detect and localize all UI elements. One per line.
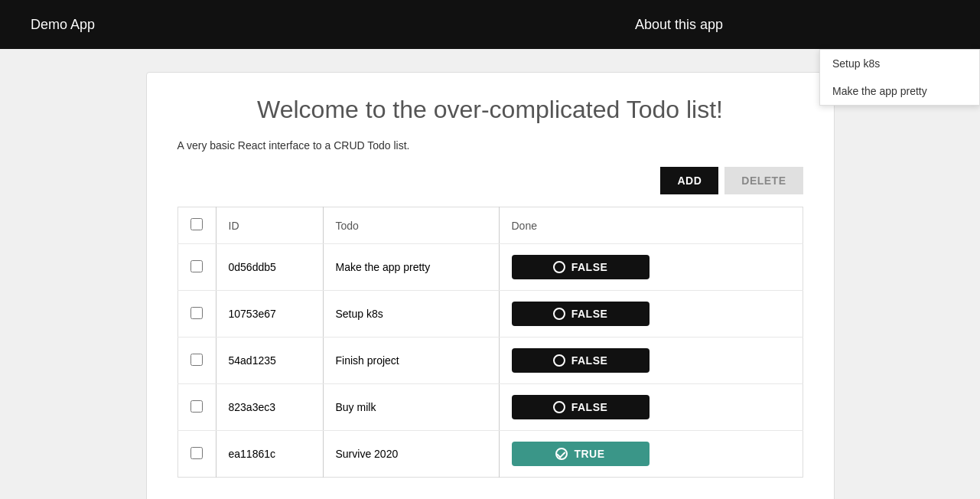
dropdown-item-setup-k8s[interactable]: Setup k8s — [820, 50, 979, 77]
row-checkbox-cell — [177, 384, 216, 431]
table-row: 823a3ec3Buy milkFALSE — [177, 384, 803, 431]
row-action-cell — [667, 291, 803, 338]
navbar: Demo App About this app Setup k8s Make t… — [0, 0, 980, 49]
done-label: FALSE — [571, 308, 608, 320]
todo-table: ID Todo Done 0d56ddb5Make the app pretty… — [177, 207, 803, 478]
row-checkbox-2[interactable] — [190, 354, 203, 366]
row-done-cell: FALSE — [499, 338, 667, 384]
main-content: Welcome to the over-complicated Todo lis… — [0, 49, 980, 499]
app-brand: Demo App — [31, 17, 95, 33]
col-header-done: Done — [499, 207, 667, 244]
table-row: 0d56ddb5Make the app prettyFALSE — [177, 244, 803, 291]
card: Welcome to the over-complicated Todo lis… — [146, 72, 835, 499]
col-header-action — [667, 207, 803, 244]
page-description: A very basic React interface to a CRUD T… — [177, 139, 803, 152]
row-done-cell: TRUE — [499, 431, 667, 478]
row-action-cell — [667, 384, 803, 431]
dropdown-item-make-pretty[interactable]: Make the app pretty — [820, 77, 979, 105]
circle-icon — [553, 401, 565, 413]
circle-icon — [553, 354, 565, 367]
done-toggle-button-4[interactable]: TRUE — [512, 442, 650, 466]
col-header-id: ID — [216, 207, 323, 244]
done-label: FALSE — [571, 261, 608, 273]
page-title: Welcome to the over-complicated Todo lis… — [177, 96, 803, 124]
row-id: 823a3ec3 — [216, 384, 323, 431]
row-todo: Setup k8s — [323, 291, 499, 338]
table-row: 54ad1235Finish projectFALSE — [177, 338, 803, 384]
row-checkbox-cell — [177, 291, 216, 338]
row-todo: Finish project — [323, 338, 499, 384]
row-id: ea11861c — [216, 431, 323, 478]
row-checkbox-cell — [177, 244, 216, 291]
circle-icon — [553, 261, 565, 273]
about-dropdown: Setup k8s Make the app pretty — [819, 49, 980, 106]
row-checkbox-cell — [177, 338, 216, 384]
row-done-cell: FALSE — [499, 384, 667, 431]
row-checkbox-1[interactable] — [190, 307, 203, 319]
done-toggle-button-3[interactable]: FALSE — [512, 395, 650, 419]
col-header-check — [177, 207, 216, 244]
table-row: ea11861cSurvive 2020TRUE — [177, 431, 803, 478]
row-id: 0d56ddb5 — [216, 244, 323, 291]
done-label: FALSE — [571, 401, 608, 413]
done-label: TRUE — [574, 448, 604, 460]
row-action-cell — [667, 338, 803, 384]
circle-icon — [553, 308, 565, 320]
add-button[interactable]: ADD — [660, 167, 718, 194]
select-all-checkbox[interactable] — [190, 218, 203, 230]
row-checkbox-0[interactable] — [190, 260, 203, 272]
done-toggle-button-0[interactable]: FALSE — [512, 255, 650, 279]
delete-button[interactable]: DELETE — [724, 167, 803, 194]
row-todo: Make the app pretty — [323, 244, 499, 291]
done-toggle-button-2[interactable]: FALSE — [512, 348, 650, 373]
done-toggle-button-1[interactable]: FALSE — [512, 302, 650, 326]
row-checkbox-3[interactable] — [190, 400, 203, 413]
row-id: 10753e67 — [216, 291, 323, 338]
row-todo: Buy milk — [323, 384, 499, 431]
row-action-cell — [667, 244, 803, 291]
done-label: FALSE — [571, 354, 608, 367]
check-circle-icon — [555, 448, 568, 460]
row-checkbox-4[interactable] — [190, 447, 203, 459]
col-header-todo: Todo — [323, 207, 499, 244]
row-todo: Survive 2020 — [323, 431, 499, 478]
about-link[interactable]: About this app — [635, 17, 723, 33]
row-done-cell: FALSE — [499, 244, 667, 291]
row-checkbox-cell — [177, 431, 216, 478]
toolbar: ADD DELETE — [177, 167, 803, 194]
table-row: 10753e67Setup k8sFALSE — [177, 291, 803, 338]
table-header-row: ID Todo Done — [177, 207, 803, 244]
row-done-cell: FALSE — [499, 291, 667, 338]
row-id: 54ad1235 — [216, 338, 323, 384]
row-action-cell — [667, 431, 803, 478]
